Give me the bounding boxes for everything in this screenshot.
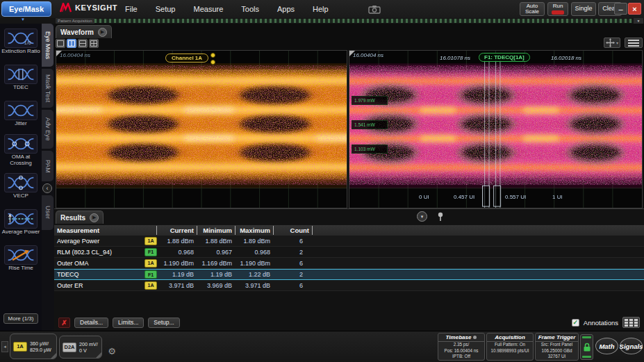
minimum-value: 1.88 dBm <box>197 238 236 245</box>
tab-eye-meas[interactable]: Eye Meas <box>42 24 53 67</box>
column-current[interactable]: Current <box>157 226 197 235</box>
more-measurements-button[interactable]: More (1/3) <box>3 313 38 324</box>
results-grid-view-button[interactable] <box>622 317 640 328</box>
acquisition-title: Acquisition <box>495 334 525 341</box>
menu-measure[interactable]: Measure <box>193 5 223 13</box>
tab-adv-eye[interactable]: Adv Eye <box>42 110 53 149</box>
timebase-panel[interactable]: Timebase 2.35 ps/ Pos: 16.00404 ns IPTB:… <box>438 333 485 361</box>
mode-tabstrip: Eye Meas Mask Test Adv Eye PAM ‹ User <box>42 24 54 331</box>
menu-help[interactable]: Help <box>313 5 329 13</box>
marker-time-1: 16.01078 ns <box>440 55 470 61</box>
ui-axis-label: 0.457 UI <box>454 194 474 200</box>
timebase-title: Timebase <box>446 334 472 341</box>
statusbar: ◂ 1A 360 μW/ 829.0 μW D2A 200 mV/ 0 V ⚙ … <box>0 331 644 362</box>
signal-button-d2a[interactable]: D2A 200 mV/ 0 V <box>59 336 102 359</box>
pattern-acquisition-label: Pattern Acquisition <box>56 18 94 24</box>
results-collapse-button[interactable]: ▾ <box>417 211 427 222</box>
annotations-checkbox[interactable]: ✓ <box>572 319 579 327</box>
layout-split-2-button[interactable] <box>67 39 76 48</box>
table-row-outer-er[interactable]: Outer ER 1A 3.971 dB 3.969 dB 3.971 dB 6 <box>54 280 644 291</box>
column-minimum[interactable]: Minimum <box>197 226 236 235</box>
acquisition-panel[interactable]: Acquisition Full Pattern: On 10.98998993… <box>486 333 534 361</box>
setup-button[interactable]: Setup... <box>148 318 179 328</box>
sidebar-item-jitter[interactable]: Jitter <box>0 96 42 132</box>
sidebar-item-extinction-ratio[interactable]: 1/0 Extinction Ratio <box>0 24 42 60</box>
remove-measurement-button[interactable]: ✗ <box>58 318 70 328</box>
pin-icon[interactable] <box>437 212 444 222</box>
sidebar-item-average-power[interactable]: Average Power <box>0 204 42 240</box>
right-eye-waveform <box>349 51 642 208</box>
tab-mask-test[interactable]: Mask Test <box>42 69 53 108</box>
signals-button[interactable]: Signals <box>620 338 643 354</box>
mode-select-button[interactable]: Eye/Mask <box>1 1 51 17</box>
signal-offset: 0 V <box>79 347 87 354</box>
channel-color-dots <box>210 53 215 65</box>
tab-user[interactable]: User <box>42 195 53 230</box>
signal-d2a-badge: D2A <box>63 343 76 352</box>
lock-button[interactable] <box>580 334 593 360</box>
column-maximum[interactable]: Maximum <box>236 226 274 235</box>
sidebar-item-oma-at-crossing[interactable]: OMA at Crossing <box>0 132 42 168</box>
plot-tools: ▾ <box>604 38 643 48</box>
count-value: 2 <box>274 271 313 278</box>
table-row-outer-oma[interactable]: Outer OMA 1A 1.190 dBm 1.169 dBm 1.190 d… <box>54 258 644 269</box>
waveform-tab-menu-button[interactable]: ▶ <box>98 28 107 37</box>
pan-zoom-button[interactable]: ▾ <box>604 38 620 48</box>
sidebar-item-tdec[interactable]: TDEC <box>0 60 42 96</box>
menu-file[interactable]: File <box>125 5 138 13</box>
signal-button-1a[interactable]: 1A 360 μW/ 829.0 μW <box>10 334 57 359</box>
pattern-data-strip <box>56 19 632 23</box>
details-button[interactable]: Details... <box>74 318 108 328</box>
screenshot-button[interactable] <box>367 3 382 15</box>
auto-scale-button[interactable]: Auto Scale <box>520 2 545 16</box>
ui-axis-label: 1 UI <box>552 194 563 200</box>
run-button[interactable]: Run <box>547 2 568 16</box>
current-value: 0.968 <box>157 249 197 256</box>
limits-button[interactable]: Limits... <box>113 318 144 328</box>
single-label: Single <box>575 6 592 12</box>
layout-grid-button[interactable] <box>89 39 99 48</box>
right-eye-diagram-tdecq[interactable]: 16.00404 ns 16.01078 ns F1: TDECQ[1A] 16… <box>349 50 643 208</box>
signal-settings-button[interactable]: ⚙ <box>106 345 117 356</box>
column-count[interactable]: Count <box>274 226 313 235</box>
layout-single-button[interactable] <box>56 39 65 48</box>
tabstrip-collapse-button[interactable]: ‹ <box>42 183 52 193</box>
results-tab-menu-button[interactable]: ▶ <box>90 213 99 222</box>
tab-pam[interactable]: PAM <box>42 151 53 181</box>
layout-toolbar <box>56 39 99 49</box>
frame-trigger-ui: 32767 UI <box>548 354 566 360</box>
sidebar-item-label: Rise Time <box>8 265 33 272</box>
menu-apps[interactable]: Apps <box>277 5 295 13</box>
left-eye-diagram[interactable]: 16.00404 ns Channel 1A <box>56 50 347 208</box>
current-value: 1.190 dBm <box>157 260 197 267</box>
table-row-rlm[interactable]: RLM (802.3 CL_94) F1 0.968 0.967 0.968 2 <box>54 247 644 258</box>
signals-scroll-left-button[interactable]: ◂ <box>1 341 8 352</box>
minimize-button[interactable]: – <box>614 3 627 15</box>
menu-tools[interactable]: Tools <box>241 5 259 13</box>
titlebar: Eye/Mask KEYSIGHT File Setup Measure Too… <box>0 0 644 18</box>
timebase-scale: 2.35 ps/ <box>454 342 469 348</box>
run-status-indicator <box>552 10 564 15</box>
current-value: 1.88 dBm <box>157 238 197 245</box>
plot-menu-button[interactable] <box>625 38 643 48</box>
column-measurement[interactable]: Measurement <box>54 226 157 235</box>
math-button[interactable]: Math <box>595 338 618 354</box>
layout-split-h-button[interactable] <box>78 39 88 48</box>
sidebar-item-rise-time[interactable]: Rise Time <box>0 240 42 277</box>
sidebar-item-vecp[interactable]: VECP <box>0 168 42 204</box>
measurement-name: Outer ER <box>54 282 142 289</box>
frame-trigger-panel[interactable]: Frame Trigger Src: Front Panel 106.25000… <box>535 333 579 361</box>
waveform-tab-label: Waveform <box>60 28 94 36</box>
lock-led-top <box>582 336 591 338</box>
tdecq-function-badge[interactable]: F1: TDECQ[1A] <box>479 53 530 62</box>
timebase-position: Pos: 16.00404 ns <box>444 348 478 354</box>
close-button[interactable]: × <box>628 3 641 15</box>
menu-setup[interactable]: Setup <box>156 5 176 13</box>
table-row-average-power[interactable]: Average Power 1A 1.88 dBm 1.88 dBm 1.89 … <box>54 236 644 247</box>
results-tab[interactable]: Results ▶ <box>56 211 104 224</box>
single-button[interactable]: Single <box>571 2 596 16</box>
pattern-expand-button[interactable]: ▼ <box>634 18 643 24</box>
waveform-tab[interactable]: Waveform ▶ <box>56 25 112 38</box>
channel-1a-badge[interactable]: Channel 1A <box>165 54 208 63</box>
table-row-tdecq[interactable]: TDECQ F1 1.19 dB 1.19 dB 1.22 dB 2 <box>54 269 644 280</box>
